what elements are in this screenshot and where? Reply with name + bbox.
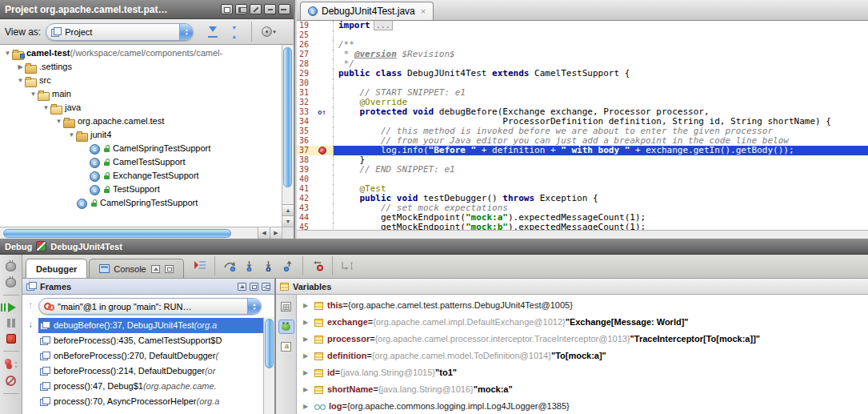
dock-window-icon[interactable] [235,4,247,14]
expand-arrow-icon[interactable] [67,128,76,142]
frame-row[interactable]: process():70, AsyncProcessorHelper (org.… [38,394,274,409]
variable-row[interactable]: processor = {org.apache.camel.processor.… [297,331,868,348]
expand-arrow-icon[interactable] [16,74,25,87]
next-frame-icon[interactable]: ↓ [28,319,33,330]
move-right-icon[interactable] [262,283,270,291]
editor-scroll-strip[interactable] [297,230,868,239]
code-area[interactable]: 19import...2526/**27 * @version $Revisio… [297,21,868,230]
view-breakpoints-icon[interactable] [5,359,18,369]
variables-header[interactable]: Variables [276,279,868,295]
expand-arrow-icon[interactable] [29,87,38,101]
editor-tab-active[interactable]: c DebugJUnit4Test.java × [300,2,434,20]
frame-row[interactable]: debugBefore():37, DebugJUnit4Test (org.a [38,318,274,333]
scrollbar-thumb[interactable] [3,229,231,238]
scroll-up-icon[interactable]: ▲ [282,204,294,215]
view-as-dropdown[interactable]: Project ▲▼ [46,23,194,41]
project-horizontal-scrollbar[interactable]: ◀ ▶ [0,227,282,239]
tree-item[interactable]: CamelTestSupport [0,155,282,169]
variable-row[interactable]: shortName = {java.lang.String@1016}"mock… [297,381,868,398]
expand-arrow-icon[interactable] [54,115,63,128]
thread-dropdown[interactable]: "main"@1 in group "main": RUN… ▲▼ [38,298,262,315]
variable-row[interactable]: id = {java.lang.String@1015}"to1" [297,364,868,381]
variable-row[interactable]: definition = {org.apache.camel.model.ToD… [297,348,868,364]
breakpoint-icon[interactable] [318,147,326,155]
code-line[interactable]: 19import... [297,21,868,30]
code-line[interactable]: 27 * @version $Revision$ [297,50,868,59]
force-step-into-icon[interactable] [262,260,275,271]
tree-item[interactable]: java [0,101,282,115]
expand-arrow-icon[interactable] [303,364,314,381]
float-icon[interactable] [165,265,174,273]
code-line[interactable]: 39 // END SNIPPET: e1 [297,165,868,175]
scroll-right-icon[interactable]: ▶ [270,227,282,239]
tree-item[interactable]: src [0,74,282,87]
pop-frame-icon[interactable] [311,260,324,271]
show-execution-point-icon[interactable] [194,260,206,271]
expand-arrow-icon[interactable] [303,297,314,314]
hide-panel-icon[interactable] [278,4,290,14]
step-over-icon[interactable] [223,260,237,271]
override-icon[interactable] [318,107,326,117]
project-titlebar[interactable]: Project org.apache.camel.test.pat… [0,0,294,19]
float-window-icon[interactable] [221,4,233,14]
tree-item[interactable]: .settings [0,60,282,74]
settings-gear-icon[interactable] [262,26,272,37]
code-line[interactable]: 37 log.info("Before " + definition + " w… [297,146,868,155]
thread-dump-icon[interactable] [6,278,16,287]
variable-row[interactable]: this = {org.apache.camel.test.patterns.D… [297,297,868,314]
expand-arrow-icon[interactable] [42,101,50,115]
code-line[interactable]: 29public class DebugJUnit4Test extends C… [297,69,868,78]
variable-row[interactable]: exchange = {org.apache.camel.impl.Defaul… [297,314,868,331]
collapse-all-icon[interactable] [230,26,241,38]
scroll-down-icon[interactable]: ▼ [282,215,294,227]
tab-debugger[interactable]: Debugger [26,259,87,278]
expand-arrow-icon[interactable] [303,381,314,398]
tree-item[interactable]: camel-test (/workspace/camel/components/… [0,46,282,60]
evaluate-expression-icon[interactable] [278,299,294,314]
expand-arrow-icon[interactable] [3,46,12,60]
scroll-left-icon[interactable]: ◀ [258,227,270,239]
expand-arrow-icon[interactable] [303,314,314,331]
variable-row[interactable]: log = {org.apache.commons.logging.impl.L… [297,398,868,414]
export-icon[interactable] [151,265,160,273]
step-out-icon[interactable] [282,260,294,271]
scrollbar-thumb[interactable] [283,47,292,187]
step-into-icon[interactable] [243,260,256,271]
frame-row[interactable]: onBeforeProcess():270, DefaultDebugger ( [38,348,274,364]
mute-breakpoints-icon[interactable] [6,376,16,386]
tree-item[interactable]: main [0,87,282,101]
frames-scrollbar[interactable] [263,317,274,414]
expand-arrow-icon[interactable] [303,398,314,414]
frame-row[interactable]: beforeProcess():214, DefaultDebugger (or [38,364,274,379]
minimize-icon[interactable] [264,4,276,14]
resume-icon[interactable] [8,303,21,312]
expand-arrow-icon[interactable] [16,60,25,74]
tree-item[interactable]: ExchangeTestSupport [0,169,282,183]
float-panel-icon[interactable] [250,283,258,291]
inspect-icon[interactable] [278,340,294,354]
tree-item[interactable]: TestSupport [0,183,282,196]
pin-icon[interactable] [250,4,262,14]
frame-row[interactable]: process():47, Debug$1 (org.apache.came. [38,379,274,394]
expand-arrow-icon[interactable] [303,331,314,348]
previous-frame-icon[interactable]: ↑ [28,299,33,311]
run-to-cursor-icon[interactable] [341,260,354,271]
restore-layout-icon[interactable] [238,283,246,291]
watches-icon[interactable] [278,320,294,334]
project-vertical-scrollbar[interactable]: ▲ ▼ [282,45,294,227]
tree-item[interactable]: CamelSpringTestSupport [0,142,282,155]
tree-item[interactable]: org.apache.camel.test [0,115,282,128]
close-tab-icon[interactable]: × [421,6,426,16]
stop-icon[interactable] [6,334,16,344]
debug-titlebar[interactable]: Debug DebugJUnit4Test [0,239,868,255]
tab-console[interactable]: Console [89,259,183,278]
pause-icon[interactable] [7,319,15,328]
frame-row[interactable]: beforeProcess():435, CamelTestSupport$D [38,333,274,348]
scroll-from-source-icon[interactable] [207,26,219,38]
frames-header[interactable]: Frames [22,279,274,295]
code-line[interactable]: 25 [297,30,868,40]
expand-arrow-icon[interactable] [303,348,314,364]
tree-item[interactable]: CamelSpringTestSupport [0,196,282,210]
rerun-debugger-icon[interactable] [6,262,16,271]
code-line[interactable]: 45 getMockEndpoint("mock:b").expectedMes… [297,223,868,230]
